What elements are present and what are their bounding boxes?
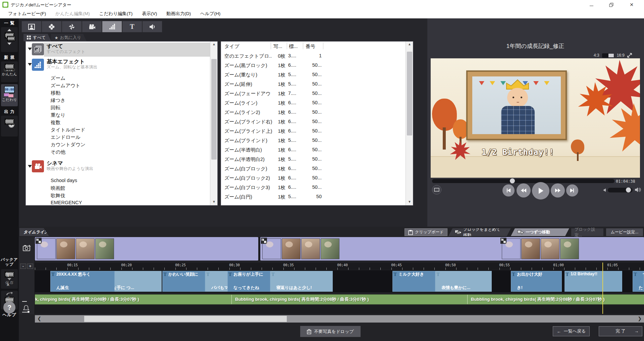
table-row[interactable]: ズーム(ブラインド右)1枚6....50... — [221, 117, 406, 127]
clipboard-button[interactable]: クリップボード — [405, 228, 447, 236]
caption-block[interactable]: T寝返りはあと少し! — [270, 271, 333, 292]
table-row[interactable]: ズーム(重なり)1枚5....50... — [221, 70, 406, 80]
playhead[interactable] — [602, 263, 603, 314]
tree-item-move[interactable]: 移動 — [51, 90, 60, 97]
tree-item-schooldays[interactable]: School days — [51, 178, 77, 185]
tree-item-zoomout[interactable]: ズームアウト — [51, 82, 80, 90]
table-row[interactable]: ズーム(ブラインド)1枚5....50... — [221, 136, 406, 146]
scroll-up-arrow[interactable]: ▲ — [210, 42, 218, 48]
close-button[interactable]: ✕ — [624, 0, 639, 9]
photo-block[interactable] — [35, 237, 258, 261]
scroll-up-arrow[interactable]: ▲ — [406, 42, 413, 48]
table-row[interactable]: ズーム(白円)1枚5....50 — [221, 192, 406, 205]
tree-item-multiple[interactable]: 複数 — [51, 119, 60, 127]
table-row[interactable]: ズーム(ブラインド上)1枚6....50... — [221, 127, 406, 136]
tree-item-cinema[interactable]: シネマ 映画や舞台のような演出 — [44, 160, 218, 174]
photo-thumbnail[interactable] — [262, 238, 281, 259]
music-volume-indicator[interactable] — [22, 301, 27, 302]
back-to-list-button[interactable]: ← 一覧へ戻る — [553, 326, 590, 336]
tree-item-all[interactable]: すべて すべてのエフェクト — [44, 43, 211, 57]
photo-thumbnail[interactable] — [321, 238, 339, 259]
tree-item-border[interactable]: 縁つき — [51, 97, 65, 105]
menu-help[interactable]: ヘルプ(H) — [196, 9, 225, 18]
aspect-ratio-toggle[interactable] — [602, 53, 614, 58]
menu-photomovie[interactable]: フォトムービー(F) — [3, 9, 51, 18]
photo-thumbnail[interactable] — [502, 238, 521, 259]
caption-block[interactable]: Tお座りが上手になってきたね — [227, 271, 270, 292]
col-standard[interactable]: 標... — [289, 43, 298, 50]
caption-block[interactable]: Tつた — [633, 271, 644, 292]
minimize-button[interactable] — [584, 0, 599, 9]
photo-thumbnail[interactable] — [76, 238, 95, 259]
scrollbar-thumb[interactable] — [407, 52, 412, 135]
photo-thumbnail[interactable] — [282, 238, 301, 259]
volume-slider[interactable] — [608, 188, 633, 192]
photo-block[interactable] — [260, 237, 531, 261]
time-ruler[interactable]: 00;15 00;20 00;25 00;30 00;35 00;40 00;4… — [35, 263, 644, 270]
table-scrollbar[interactable]: ▲ ▼ — [406, 42, 413, 205]
table-row[interactable]: ズーム(白ブロック2)1枚6....50... — [221, 174, 406, 183]
tree-scrollbar[interactable]: ▲ ▼ — [210, 42, 217, 205]
table-row[interactable]: ズーム(延伸)1枚5....50... — [221, 80, 406, 89]
music-clip[interactable]: Bubbling brook, chirping birds( 再生時間:2分0… — [232, 295, 467, 304]
volume-thumb[interactable] — [626, 187, 631, 192]
caption-block[interactable]: T表情も豊かに... — [435, 271, 492, 292]
timeline-zoom-in-button[interactable]: + — [27, 264, 33, 269]
photo-track-icon[interactable] — [23, 244, 32, 252]
table-row[interactable]: ズーム(ライン2)1枚6....50... — [221, 108, 406, 117]
col-number[interactable]: 番号 — [306, 43, 315, 50]
tree-item-space[interactable]: SPACE — [51, 204, 67, 206]
caption-block[interactable]: Tミルク大好き — [392, 271, 435, 292]
fullscreen-icon[interactable] — [627, 53, 632, 58]
col-type[interactable]: タイプ — [224, 43, 239, 50]
tree-item-other[interactable]: その他 — [51, 149, 65, 156]
help-button[interactable]: ? — [3, 301, 15, 314]
photo-thumbnail[interactable] — [95, 238, 114, 259]
menu-view[interactable]: 表示(V) — [137, 9, 162, 18]
table-row[interactable]: ズーム(白ブロック)1枚6....50... — [221, 164, 406, 174]
filter-tab-all[interactable]: すべて — [23, 34, 51, 41]
volume-down-icon[interactable] — [603, 188, 606, 192]
photo-thumbnail[interactable] — [56, 238, 75, 259]
photo-thumbnail[interactable] — [521, 238, 540, 259]
tab-text[interactable]: T — [122, 21, 142, 32]
photo-thumbnail[interactable] — [560, 238, 579, 259]
caption-block[interactable]: T1/2 Birthday!! — [565, 271, 622, 292]
timeline-scrollbar[interactable]: ❮ ❯ — [35, 315, 644, 323]
done-button[interactable]: 完 了 → — [599, 326, 642, 336]
tree-expand-icon[interactable] — [28, 63, 32, 66]
tree-item-overlap[interactable]: 重なり — [51, 112, 65, 119]
seek-thumb[interactable] — [510, 178, 515, 183]
tab-cinema[interactable] — [82, 21, 102, 32]
tab-photo[interactable] — [21, 21, 42, 32]
delete-photo-drop-button[interactable]: 不要写真をドロップ — [300, 326, 361, 337]
tab-decoration[interactable] — [42, 21, 62, 32]
table-row[interactable]: 空のエフェクトブロ...0枚3....1 — [221, 52, 406, 61]
filter-tab-favorites[interactable]: ★ お気に入り — [51, 34, 87, 41]
fx-track-icon[interactable]: ✕ — [0, 282, 16, 287]
tree-expand-icon[interactable] — [28, 48, 32, 50]
table-row[interactable]: ズーム(黒ブロック)1枚6....50... — [221, 61, 406, 70]
movie-settings-button[interactable]: ムービー設定... — [606, 228, 643, 236]
caption-block[interactable]: T20XX.4.XX 悠斗くん誕生 — [50, 271, 115, 292]
volume-up-icon[interactable] — [635, 187, 641, 192]
fast-forward-button[interactable] — [551, 183, 565, 197]
seek-bar[interactable] — [432, 179, 614, 183]
scroll-down-arrow[interactable]: ▼ — [406, 199, 413, 205]
caption-block[interactable]: Tかわいい笑顔に — [162, 271, 205, 292]
music-track-icon[interactable]: ♫ — [0, 295, 16, 301]
text-track-icon[interactable]: T — [0, 272, 16, 278]
photo-thumbnail[interactable] — [301, 238, 320, 259]
menu-custom-edit[interactable]: こだわり編集(T) — [95, 9, 138, 18]
tree-item-basic-effects[interactable]: 基本エフェクト ズーム、回転など基本演出 — [44, 58, 218, 72]
scrollbar-thumb[interactable] — [211, 59, 217, 160]
timeline-zoom-out-button[interactable]: - — [20, 264, 26, 269]
tree-item-theater[interactable]: 映画館 — [51, 185, 65, 192]
music-clip[interactable]: Bubbling brook, chirping birds( 再生時間:2分0… — [35, 295, 231, 304]
scrollbar-thumb[interactable] — [84, 316, 287, 322]
table-row[interactable]: ズーム(白ブロック3)1枚6....50... — [221, 183, 406, 192]
tree-item-kabuki[interactable]: 歌舞伎 — [51, 192, 65, 200]
photo-thumbnail[interactable] — [541, 238, 559, 259]
menu-video-output[interactable]: 動画出力(D) — [162, 9, 196, 18]
skip-start-button[interactable] — [502, 184, 515, 196]
